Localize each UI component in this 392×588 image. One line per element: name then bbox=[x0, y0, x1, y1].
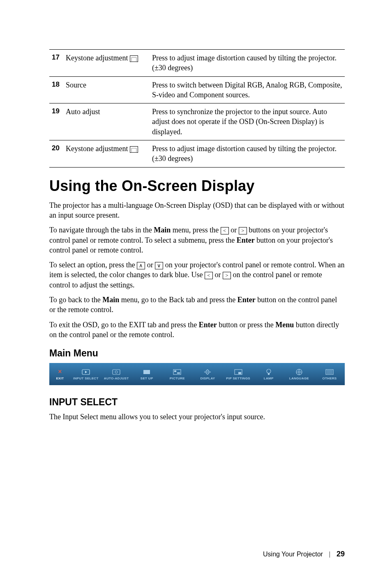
nav-paragraph: To navigate through the tabs in the Main… bbox=[49, 225, 345, 255]
svg-rect-11 bbox=[238, 372, 241, 374]
svg-rect-1 bbox=[131, 148, 136, 152]
osd-item-others: OTHERS bbox=[314, 363, 345, 385]
osd-item-input-select: INPUT SELECT bbox=[71, 363, 101, 385]
intro-paragraph: The projector has a multi-language On-Sc… bbox=[49, 200, 345, 220]
input-select-heading: INPUT SELECT bbox=[49, 397, 345, 408]
row-num: 17 bbox=[49, 50, 63, 77]
svg-rect-8 bbox=[174, 370, 176, 372]
row-name: Keystone adjustment bbox=[63, 50, 150, 77]
keystone-up-icon bbox=[130, 55, 138, 62]
row-num: 20 bbox=[49, 140, 63, 168]
osd-menu-bar: × EXIT INPUT SELECT AUTO-ADJUST SET UP bbox=[49, 363, 345, 385]
display-icon bbox=[203, 368, 212, 376]
row-desc: Press to switch between Digital RGB, Ana… bbox=[150, 76, 345, 103]
svg-rect-4 bbox=[113, 370, 120, 374]
svg-rect-9 bbox=[177, 372, 180, 374]
table-row: 17 Keystone adjustment Press to adjust i… bbox=[49, 50, 345, 77]
close-icon: × bbox=[55, 368, 65, 376]
input-select-icon bbox=[81, 368, 90, 376]
page-footer: Using Your Projector | 29 bbox=[263, 550, 345, 558]
row-desc: Press to synchronize the projector to th… bbox=[150, 103, 345, 140]
osd-item-pip-settings: PIP SETTINGS bbox=[223, 363, 254, 385]
svg-marker-3 bbox=[85, 371, 87, 373]
row-num: 18 bbox=[49, 76, 63, 103]
up-icon: ∧ bbox=[137, 262, 145, 269]
osd-item-picture: PICTURE bbox=[162, 363, 192, 385]
down-icon: ∨ bbox=[155, 262, 163, 269]
input-select-paragraph: The Input Select menu allows you to sele… bbox=[49, 412, 345, 422]
feature-table: 17 Keystone adjustment Press to adjust i… bbox=[49, 49, 345, 168]
footer-section-title: Using Your Projector bbox=[263, 551, 323, 558]
exit-paragraph: To exit the OSD, go to the EXIT tab and … bbox=[49, 320, 345, 340]
osd-item-language: LANGUAGE bbox=[284, 363, 314, 385]
table-row: 18 Source Press to switch between Digita… bbox=[49, 76, 345, 103]
pip-settings-icon bbox=[234, 368, 243, 376]
osd-item-exit: × EXIT bbox=[49, 363, 71, 385]
osd-item-lamp: LAMP bbox=[254, 363, 284, 385]
auto-adjust-icon bbox=[112, 368, 121, 376]
svg-rect-6 bbox=[143, 370, 150, 374]
osd-item-display: DISPLAY bbox=[192, 363, 223, 385]
right-icon: > bbox=[223, 272, 231, 279]
osd-item-set-up: SET UP bbox=[131, 363, 162, 385]
set-up-icon bbox=[142, 368, 151, 376]
right-icon: > bbox=[239, 227, 247, 234]
lamp-icon bbox=[264, 368, 273, 376]
row-name: Keystone adjustment bbox=[63, 140, 150, 168]
osd-item-auto-adjust: AUTO-ADJUST bbox=[101, 363, 131, 385]
main-menu-heading: Main Menu bbox=[49, 348, 345, 359]
others-icon bbox=[325, 368, 334, 376]
svg-point-5 bbox=[115, 371, 118, 373]
table-row: 19 Auto adjust Press to synchronize the … bbox=[49, 103, 345, 140]
footer-separator: | bbox=[329, 551, 330, 558]
page-title: Using the On-Screen Display bbox=[49, 177, 345, 195]
row-name: Auto adjust bbox=[63, 103, 150, 140]
left-icon: < bbox=[205, 272, 213, 279]
row-desc: Press to adjust image distortion caused … bbox=[150, 50, 345, 77]
svg-rect-13 bbox=[268, 373, 270, 375]
keystone-down-icon bbox=[130, 146, 138, 153]
select-paragraph: To select an option, press the ∧ or ∨ on… bbox=[49, 260, 345, 290]
table-row: 20 Keystone adjustment Press to adjust i… bbox=[49, 140, 345, 168]
svg-rect-0 bbox=[131, 57, 136, 62]
back-paragraph: To go back to the Main menu, go to the B… bbox=[49, 295, 345, 315]
left-icon: < bbox=[221, 227, 229, 234]
row-name: Source bbox=[63, 76, 150, 103]
svg-point-12 bbox=[267, 369, 271, 373]
language-icon bbox=[295, 368, 304, 376]
page-number: 29 bbox=[337, 550, 345, 558]
row-desc: Press to adjust image distortion caused … bbox=[150, 140, 345, 168]
picture-icon bbox=[173, 368, 182, 376]
row-num: 19 bbox=[49, 103, 63, 140]
